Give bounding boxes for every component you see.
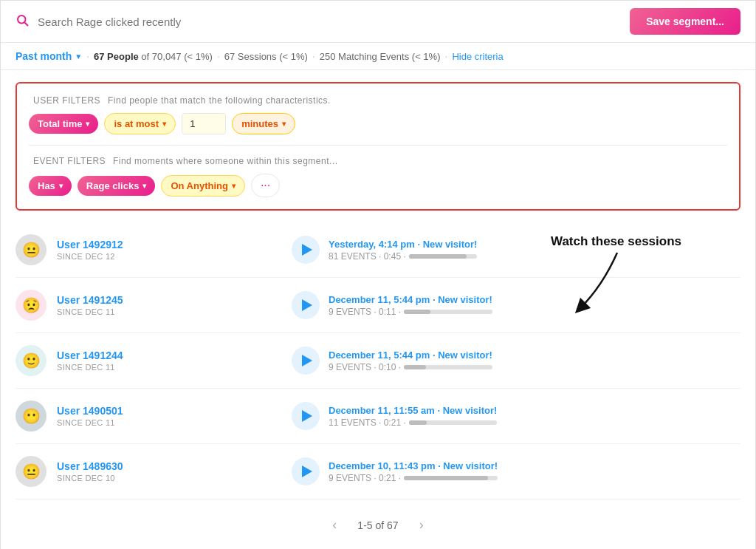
session-progress-fill bbox=[409, 254, 467, 259]
chevron-down-icon: ▾ bbox=[142, 182, 146, 190]
session-progress-fill bbox=[404, 310, 430, 314]
value-input[interactable] bbox=[182, 113, 226, 134]
avatar: 😐 bbox=[16, 234, 47, 265]
chevron-down-icon: ▼ bbox=[75, 52, 82, 61]
session-progress-bar bbox=[409, 420, 498, 425]
rage-clicks-button[interactable]: Rage clicks ▾ bbox=[78, 176, 156, 196]
user-name[interactable]: User 1489630 bbox=[57, 460, 281, 472]
session-info: December 11, 5:44 pm · New visitor! 9 EV… bbox=[292, 291, 740, 319]
user-info: User 1490501 SINCE DEC 11 bbox=[57, 405, 281, 427]
user-since: SINCE DEC 10 bbox=[57, 474, 281, 482]
chevron-down-icon: ▾ bbox=[282, 120, 286, 128]
search-input[interactable] bbox=[38, 16, 621, 28]
event-filter-row: Has ▾ Rage clicks ▾ On Anything ▾ ··· bbox=[29, 174, 727, 197]
time-filter-dropdown[interactable]: Past month ▼ bbox=[16, 50, 82, 62]
session-details: December 10, 11:43 pm · New visitor! 9 E… bbox=[329, 460, 498, 483]
session-time: December 10, 11:43 pm · New visitor! bbox=[329, 460, 498, 471]
user-info: User 1489630 SINCE DEC 10 bbox=[57, 460, 281, 482]
save-segment-button[interactable]: Save segment... bbox=[630, 8, 740, 35]
user-since: SINCE DEC 11 bbox=[57, 418, 281, 427]
events-stat: 250 Matching Events (< 1%) bbox=[320, 51, 441, 62]
session-time: December 11, 5:44 pm · New visitor! bbox=[329, 349, 492, 361]
filters-panel: USER FILTERS Find people that match the … bbox=[16, 82, 740, 211]
total-time-button[interactable]: Total time ▾ bbox=[29, 114, 98, 134]
prev-page-button[interactable]: ‹ bbox=[326, 514, 343, 536]
session-progress-bar bbox=[404, 310, 492, 314]
session-info: December 11, 11:55 am · New visitor! 11 … bbox=[292, 402, 740, 430]
avatar: 😟 bbox=[16, 290, 47, 321]
play-icon bbox=[302, 299, 312, 311]
user-info: User 1491244 SINCE DEC 11 bbox=[57, 349, 281, 372]
page-info: 1-5 of 67 bbox=[357, 519, 398, 531]
minutes-button[interactable]: minutes ▾ bbox=[232, 113, 295, 134]
search-icon bbox=[16, 13, 29, 30]
on-anything-button[interactable]: On Anything ▾ bbox=[161, 175, 245, 197]
svg-point-0 bbox=[18, 16, 26, 24]
main-content: Watch these sessions 😐 User 1492912 SINC… bbox=[1, 222, 755, 549]
user-since: SINCE DEC 12 bbox=[57, 252, 281, 261]
chevron-down-icon: ▾ bbox=[86, 120, 89, 128]
session-progress-bar bbox=[404, 476, 498, 480]
table-row: 🙂 User 1491244 SINCE DEC 11 December 11,… bbox=[16, 333, 740, 389]
session-meta: 9 EVENTS · 0:10 · bbox=[329, 362, 492, 372]
header: Save segment... bbox=[1, 1, 755, 43]
play-icon bbox=[302, 466, 312, 477]
event-count: 9 EVENTS · 0:10 · bbox=[329, 362, 401, 372]
user-filters-section: USER FILTERS Find people that match the … bbox=[29, 95, 727, 134]
user-name[interactable]: User 1491245 bbox=[57, 294, 281, 306]
session-meta: 9 EVENTS · 0:11 · bbox=[329, 307, 492, 317]
event-count: 9 EVENTS · 0:11 · bbox=[329, 307, 401, 317]
user-name[interactable]: User 1492912 bbox=[57, 239, 281, 250]
session-progress-bar bbox=[409, 254, 478, 259]
session-time: Yesterday, 4:14 pm · New visitor! bbox=[329, 239, 477, 250]
play-button[interactable] bbox=[292, 347, 320, 375]
chevron-down-icon: ▾ bbox=[59, 182, 63, 190]
session-meta: 11 EVENTS · 0:21 · bbox=[329, 417, 497, 428]
play-button[interactable] bbox=[292, 402, 320, 430]
play-button[interactable] bbox=[292, 236, 320, 264]
user-list: 😐 User 1492912 SINCE DEC 12 Yesterday, 4… bbox=[1, 222, 755, 499]
event-count: 81 EVENTS · 0:45 · bbox=[329, 251, 406, 262]
is-at-most-button[interactable]: is at most ▾ bbox=[104, 113, 176, 134]
play-icon bbox=[302, 244, 312, 256]
user-info: User 1491245 SINCE DEC 11 bbox=[57, 294, 281, 316]
pagination: ‹ 1-5 of 67 › bbox=[1, 499, 755, 549]
has-button[interactable]: Has ▾ bbox=[29, 176, 72, 196]
session-details: December 11, 5:44 pm · New visitor! 9 EV… bbox=[329, 294, 492, 317]
hide-criteria-link[interactable]: Hide criteria bbox=[452, 51, 503, 62]
more-options-button[interactable]: ··· bbox=[251, 174, 280, 197]
event-filters-section: EVENT FILTERS Find moments where someone… bbox=[29, 156, 727, 197]
session-info: December 10, 11:43 pm · New visitor! 9 E… bbox=[292, 457, 740, 485]
session-details: December 11, 11:55 am · New visitor! 11 … bbox=[329, 405, 497, 428]
user-info: User 1492912 SINCE DEC 12 bbox=[57, 239, 281, 261]
session-meta: 9 EVENTS · 0:21 · bbox=[329, 473, 498, 483]
table-row: 😟 User 1491245 SINCE DEC 11 December 11,… bbox=[16, 278, 740, 333]
avatar: 🙂 bbox=[16, 345, 47, 376]
sessions-stat: 67 Sessions (< 1%) bbox=[224, 51, 308, 62]
play-icon bbox=[302, 410, 312, 422]
filter-divider bbox=[29, 145, 727, 146]
user-since: SINCE DEC 11 bbox=[57, 307, 281, 316]
session-progress-fill bbox=[404, 365, 426, 369]
user-filter-row: Total time ▾ is at most ▾ minutes ▾ bbox=[29, 113, 727, 134]
session-details: December 11, 5:44 pm · New visitor! 9 EV… bbox=[329, 349, 492, 372]
chevron-down-icon: ▾ bbox=[232, 182, 236, 190]
user-since: SINCE DEC 11 bbox=[57, 363, 281, 372]
session-progress-fill bbox=[404, 476, 488, 480]
session-info: December 11, 5:44 pm · New visitor! 9 EV… bbox=[292, 347, 740, 375]
svg-line-1 bbox=[25, 22, 28, 25]
session-details: Yesterday, 4:14 pm · New visitor! 81 EVE… bbox=[329, 239, 477, 262]
play-icon bbox=[302, 355, 312, 366]
user-name[interactable]: User 1490501 bbox=[57, 405, 281, 417]
play-button[interactable] bbox=[292, 457, 320, 485]
user-name[interactable]: User 1491244 bbox=[57, 349, 281, 361]
play-button[interactable] bbox=[292, 291, 320, 319]
session-time: December 11, 5:44 pm · New visitor! bbox=[329, 294, 492, 305]
session-progress-fill bbox=[409, 420, 427, 425]
table-row: 😐 User 1492912 SINCE DEC 12 Yesterday, 4… bbox=[16, 222, 740, 278]
next-page-button[interactable]: › bbox=[413, 514, 430, 536]
stats-bar: Past month ▼ · 67 People of 70,047 (< 1%… bbox=[1, 43, 755, 70]
avatar: 😶 bbox=[16, 400, 47, 432]
session-meta: 81 EVENTS · 0:45 · bbox=[329, 251, 477, 262]
session-progress-bar bbox=[404, 365, 492, 369]
